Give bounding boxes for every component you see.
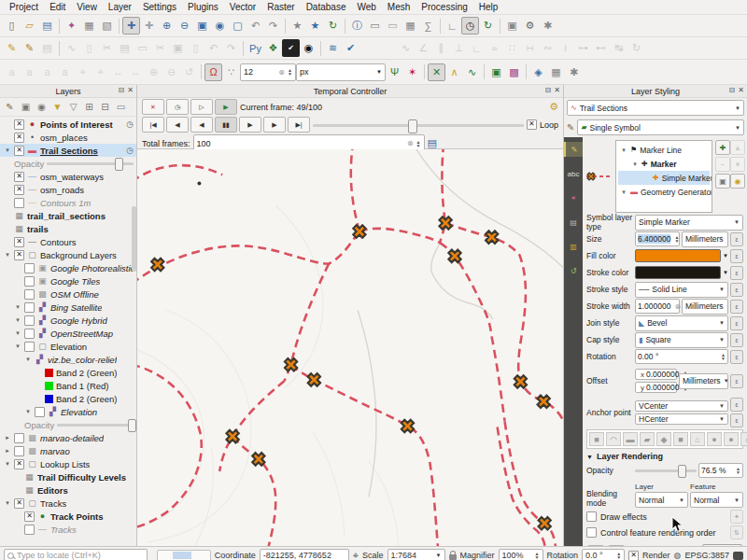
layer-visibility-checkbox[interactable]: [24, 276, 35, 287]
offset-y-spinbox[interactable]: y0.000000▲▼: [635, 382, 677, 393]
menu-plugins[interactable]: Plugins: [183, 2, 223, 12]
locate-input[interactable]: Type to locate (Ctrl+K): [4, 549, 148, 560]
layer-visibility-checkbox[interactable]: [24, 263, 35, 273]
layer-item-lookup-lists[interactable]: ▾✕▢Lookup Lists: [0, 457, 136, 470]
symbol-layer-type-select[interactable]: Simple Marker▼: [635, 215, 743, 231]
play-forward-button[interactable]: ▶: [239, 117, 261, 133]
anchor-vcenter-select[interactable]: VCenter▼: [635, 400, 728, 412]
stroke-width-spinbox[interactable]: 1.000000⊗▲▼: [635, 299, 680, 314]
processing-model-icon[interactable]: ✔: [282, 39, 300, 57]
expander-icon[interactable]: ▾: [14, 316, 21, 324]
open-attribute-table-icon[interactable]: ▦: [402, 17, 419, 35]
menu-help[interactable]: Help: [474, 2, 503, 12]
snapping-type-icon[interactable]: ∵: [222, 63, 240, 81]
opacity-slider-row[interactable]: Opacity: [0, 418, 136, 431]
rotation-spinbox[interactable]: 0.00 °▲▼: [635, 349, 728, 364]
check-geometries-icon[interactable]: ✔: [342, 39, 359, 57]
add-symbol-layer-button[interactable]: ✚: [715, 140, 730, 155]
layer-item-marvao[interactable]: ▸▩marvao: [0, 444, 136, 457]
temporal-panel-float-button[interactable]: ⊟: [545, 86, 552, 94]
menu-project[interactable]: Project: [5, 2, 43, 12]
style-manager-icon[interactable]: ✦: [63, 17, 80, 35]
layer-item-osm-roads[interactable]: ✕—osm_roads: [0, 183, 136, 196]
trail-junction-marker[interactable]: [223, 427, 242, 446]
stroke-color-override-button[interactable]: ε: [730, 266, 743, 280]
offset-unit-select[interactable]: Millimeters▼: [679, 373, 728, 389]
opacity-spinbox[interactable]: 76.5 %▲▼: [698, 463, 743, 478]
stroke-width-unit-select[interactable]: Millimeters▼: [682, 299, 728, 315]
pan-to-selection-icon[interactable]: ✚: [140, 17, 158, 35]
expander-icon[interactable]: ▸: [4, 434, 11, 441]
layer-visibility-checkbox[interactable]: [35, 407, 45, 417]
layer-visibility-checkbox[interactable]: ✕: [24, 511, 35, 522]
layer-item-track-points[interactable]: ✕●Track Points: [0, 510, 136, 523]
select-features-icon[interactable]: ▭: [366, 17, 384, 35]
trail-junction-marker[interactable]: [535, 514, 554, 533]
styling-panel-close-icon[interactable]: ✕: [738, 86, 744, 94]
show-bookmarks-icon[interactable]: ★: [306, 17, 324, 35]
cap-style-override-button[interactable]: ε: [730, 333, 743, 347]
menu-processing[interactable]: Processing: [416, 2, 472, 12]
menu-database[interactable]: Database: [302, 2, 351, 12]
symbol-tree-item-geometry-generator[interactable]: ▾▬Geometry Generator: [618, 185, 710, 199]
layers-panel-close-icon[interactable]: ✕: [127, 86, 134, 94]
layer-item-tracks[interactable]: —Tracks: [0, 523, 136, 536]
expander-icon[interactable]: ▾: [24, 408, 32, 415]
symbol-tree-item-marker[interactable]: ▾✚Marker: [618, 157, 710, 171]
layer-item-trail-trail-sections[interactable]: ▦trail_trail_sections: [0, 209, 136, 222]
expander-icon[interactable]: ▾: [4, 251, 11, 259]
zoom-to-layer-icon[interactable]: ▢: [229, 17, 247, 35]
mesh-calculator-icon[interactable]: ◈: [529, 63, 547, 81]
tab-symbology[interactable]: ✎: [564, 142, 583, 157]
previous-frame-button[interactable]: ◀: [166, 117, 189, 133]
layer-item-viz-be-color-relief[interactable]: ▾▞viz.be_color-relief: [0, 353, 136, 366]
filter-legend-icon[interactable]: ▼: [50, 100, 64, 114]
styling-panel-float-button[interactable]: ⊟: [729, 86, 736, 94]
layer-item-band-2-green-[interactable]: Band 2 (Green): [0, 366, 136, 379]
menu-layer[interactable]: Layer: [104, 2, 136, 12]
layer-blend-select[interactable]: Normal▼: [635, 492, 688, 508]
layer-visibility-checkbox[interactable]: [24, 289, 35, 300]
trail-line[interactable]: [137, 165, 222, 181]
expander-icon[interactable]: ▾: [4, 460, 11, 468]
menu-edit[interactable]: Edit: [45, 2, 70, 12]
layer-item-osm-waterways[interactable]: ✕—osm_waterways: [0, 170, 136, 183]
trail-junction-marker[interactable]: [148, 255, 167, 273]
feature-blend-select[interactable]: Normal▼: [690, 492, 743, 508]
plugin-extra-a-icon[interactable]: ▣: [487, 63, 505, 81]
field-calculator-icon[interactable]: ∑: [419, 17, 437, 35]
menu-web[interactable]: Web: [352, 2, 380, 12]
expander-icon[interactable]: ▾: [4, 499, 11, 507]
layer-item-marvao-detailed[interactable]: ▸▩marvao-detailed: [0, 431, 136, 444]
zoom-out-icon[interactable]: ⊖: [176, 17, 193, 35]
draw-effects-checkbox[interactable]: [586, 511, 597, 522]
fill-color-override-button[interactable]: ε: [730, 249, 743, 263]
magnifier-spinbox[interactable]: 100%▲▼: [499, 549, 543, 560]
layer-item-background-layers[interactable]: ▾✕▢Background Layers: [0, 248, 136, 261]
temporal-slider[interactable]: [313, 119, 524, 131]
zoom-full-icon[interactable]: ▣: [193, 17, 211, 35]
symbol-tree-item-simple-marker[interactable]: ✚Simple Marker: [618, 171, 710, 185]
expand-all-icon[interactable]: ⊞: [82, 100, 96, 114]
layer-item-osm-places[interactable]: ✕•osm_places: [0, 131, 136, 144]
temporal-settings-icon[interactable]: ⚙: [549, 101, 558, 113]
crs-status-button[interactable]: EPSG:3857: [684, 551, 729, 560]
size-unit-select[interactable]: Millimeters▼: [682, 231, 728, 247]
snapping-toggle-icon[interactable]: Ω: [204, 63, 222, 81]
trail-junction-marker[interactable]: [282, 356, 301, 374]
layout-manager-icon[interactable]: ▧: [98, 17, 116, 35]
layer-visibility-checkbox[interactable]: ✕: [14, 498, 24, 509]
snapping-on-intersection-icon[interactable]: ✶: [403, 63, 421, 81]
trail-line[interactable]: [291, 365, 439, 546]
pan-map-icon[interactable]: ✚: [122, 17, 140, 35]
layer-visibility-checkbox[interactable]: [14, 198, 24, 208]
tab-mask[interactable]: ✶: [565, 190, 582, 205]
next-frame-button[interactable]: ▶: [263, 117, 286, 133]
layer-item-contours-1m[interactable]: —Contours 1m: [0, 196, 136, 209]
refresh-temporal-icon[interactable]: ↻: [479, 17, 497, 35]
expander-icon[interactable]: ▾: [14, 329, 21, 337]
anchor-h-override-button[interactable]: ε: [730, 413, 743, 427]
preset-shape-2[interactable]: ▬: [623, 432, 638, 446]
rotation-spinbox[interactable]: 0.0 °▲▼: [582, 549, 625, 560]
layer-visibility-checkbox[interactable]: [14, 433, 24, 443]
